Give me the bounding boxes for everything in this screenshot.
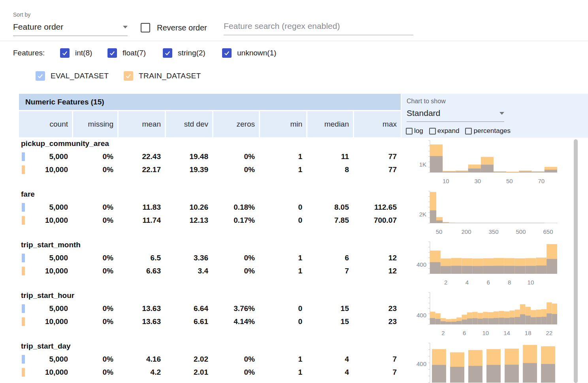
stat-value: 5,000 bbox=[49, 304, 68, 313]
stat-cell: 2.02 bbox=[166, 353, 212, 366]
stat-value: 7 bbox=[392, 355, 397, 364]
eval-dataset-checkbox[interactable] bbox=[36, 71, 45, 81]
stat-value: 0.18% bbox=[234, 203, 255, 212]
stat-cell: 5,000 bbox=[19, 201, 72, 214]
stat-cell: 0% bbox=[73, 353, 117, 366]
stat-value: 12 bbox=[388, 267, 397, 275]
stat-value: 5,000 bbox=[49, 254, 68, 262]
svg-text:50: 50 bbox=[506, 178, 513, 184]
svg-text:400: 400 bbox=[416, 261, 426, 268]
stat-value: 11.83 bbox=[143, 203, 161, 212]
percentages-checkbox[interactable] bbox=[465, 128, 472, 135]
train-swatch bbox=[22, 368, 25, 377]
stat-cell: 10,000 bbox=[19, 214, 72, 227]
eval-swatch bbox=[22, 355, 25, 364]
stat-cell: 22.43 bbox=[119, 150, 165, 163]
stat-value: 1 bbox=[298, 165, 302, 174]
svg-text:4: 4 bbox=[466, 279, 469, 286]
stat-value: 19.48 bbox=[189, 152, 208, 161]
feature-name: trip_start_day bbox=[21, 342, 71, 351]
stat-value: 0% bbox=[103, 254, 113, 262]
stat-value: 7 bbox=[345, 267, 349, 275]
histogram-chart: 4002610141822 bbox=[407, 292, 569, 341]
feature-name: trip_start_month bbox=[21, 241, 81, 249]
stat-cell: 0% bbox=[73, 150, 117, 163]
stat-cell: 7 bbox=[354, 353, 401, 366]
eval-dataset-label: EVAL_DATASET bbox=[51, 72, 109, 80]
stat-value: 0 bbox=[298, 216, 302, 225]
chevron-down-icon bbox=[499, 112, 504, 115]
float-checkbox[interactable] bbox=[107, 48, 117, 58]
stat-cell: 1 bbox=[260, 150, 306, 163]
filter-item-int: int(8) bbox=[60, 48, 92, 58]
svg-text:50: 50 bbox=[436, 228, 443, 235]
percentages-option: percentages bbox=[465, 127, 511, 135]
stat-value: 0% bbox=[244, 267, 255, 275]
sort-order-select[interactable]: Feature order bbox=[13, 22, 128, 36]
stat-cell: 8 bbox=[307, 163, 353, 176]
stat-cell: 7 bbox=[307, 264, 353, 277]
svg-text:70: 70 bbox=[538, 178, 545, 184]
string-checkbox[interactable] bbox=[163, 48, 172, 58]
svg-text:14: 14 bbox=[503, 330, 510, 336]
stat-cell: 4.2 bbox=[119, 366, 165, 379]
stat-value: 3.4 bbox=[198, 267, 208, 275]
stat-cell: 4 bbox=[307, 366, 353, 379]
stat-cell: 0% bbox=[213, 163, 259, 176]
stat-value: 0% bbox=[244, 165, 255, 174]
chart-type-select[interactable]: Standard bbox=[407, 108, 504, 122]
stat-cell: 10,000 bbox=[19, 366, 72, 379]
stat-value: 0% bbox=[244, 152, 255, 161]
stat-cell: 3.76% bbox=[213, 302, 259, 315]
stat-cell: 700.07 bbox=[354, 214, 401, 227]
stat-value: 8.05 bbox=[334, 203, 349, 212]
stat-value: 10,000 bbox=[45, 368, 68, 377]
stat-value: 10.26 bbox=[189, 203, 208, 212]
svg-text:10: 10 bbox=[443, 178, 449, 184]
column-header-mean: mean bbox=[119, 111, 165, 137]
feature-search-input[interactable] bbox=[224, 21, 413, 35]
stat-cell: 0 bbox=[260, 302, 306, 315]
unknown-checkbox[interactable] bbox=[222, 48, 232, 58]
stat-value: 23 bbox=[388, 304, 397, 313]
stat-value: 13.63 bbox=[142, 304, 161, 313]
filter-item-label: float(7) bbox=[122, 49, 146, 57]
chart-panel: Chart to show Standard log expand percen… bbox=[401, 94, 588, 138]
histogram-chart: 400 bbox=[407, 342, 569, 383]
feature-block: trip_start_hour5,0000%13.636.643.76%0152… bbox=[0, 290, 588, 341]
stat-cell: 1 bbox=[260, 251, 306, 264]
svg-text:2: 2 bbox=[441, 330, 445, 336]
dataset-legend: EVAL_DATASET TRAIN_DATASET bbox=[0, 64, 588, 87]
stat-value: 2.01 bbox=[194, 368, 208, 377]
column-header-min: min bbox=[260, 111, 306, 137]
reverse-order-checkbox[interactable] bbox=[141, 23, 150, 32]
feature-block: trip_start_day5,0000%4.162.020%14710,000… bbox=[0, 341, 588, 383]
expand-checkbox[interactable] bbox=[429, 128, 436, 135]
stat-value: 1 bbox=[298, 254, 302, 262]
stat-cell: 0% bbox=[73, 366, 117, 379]
stat-value: 22.17 bbox=[142, 165, 161, 174]
stat-cell: 1 bbox=[260, 353, 306, 366]
stat-value: 0% bbox=[103, 216, 113, 225]
filter-item-unknown: unknown(1) bbox=[222, 48, 276, 58]
stat-cell: 6.61 bbox=[166, 315, 212, 328]
int-checkbox[interactable] bbox=[60, 48, 70, 58]
log-checkbox[interactable] bbox=[406, 128, 413, 135]
chart-options: log expand percentages bbox=[406, 127, 511, 135]
stat-cell: 0% bbox=[73, 163, 117, 176]
stat-value: 6.61 bbox=[194, 317, 208, 326]
stat-cell: 22.17 bbox=[119, 163, 165, 176]
train-dataset-checkbox[interactable] bbox=[124, 71, 133, 81]
stat-cell: 0.18% bbox=[213, 201, 259, 214]
chart-type-value: Standard bbox=[407, 108, 440, 118]
filter-item-label: unknown(1) bbox=[237, 49, 276, 57]
train-swatch bbox=[22, 216, 25, 225]
stat-cell: 7 bbox=[354, 366, 401, 379]
stat-row-train: 10,0000%13.636.614.14%01523 bbox=[19, 315, 401, 328]
stat-cell: 0% bbox=[73, 201, 117, 214]
stat-value: 10,000 bbox=[45, 317, 68, 326]
check-icon bbox=[125, 72, 132, 80]
stat-cell: 7.85 bbox=[307, 214, 353, 227]
vertical-scrollbar[interactable] bbox=[574, 139, 578, 383]
stat-row-eval: 5,0000%4.162.020%147 bbox=[19, 353, 401, 366]
